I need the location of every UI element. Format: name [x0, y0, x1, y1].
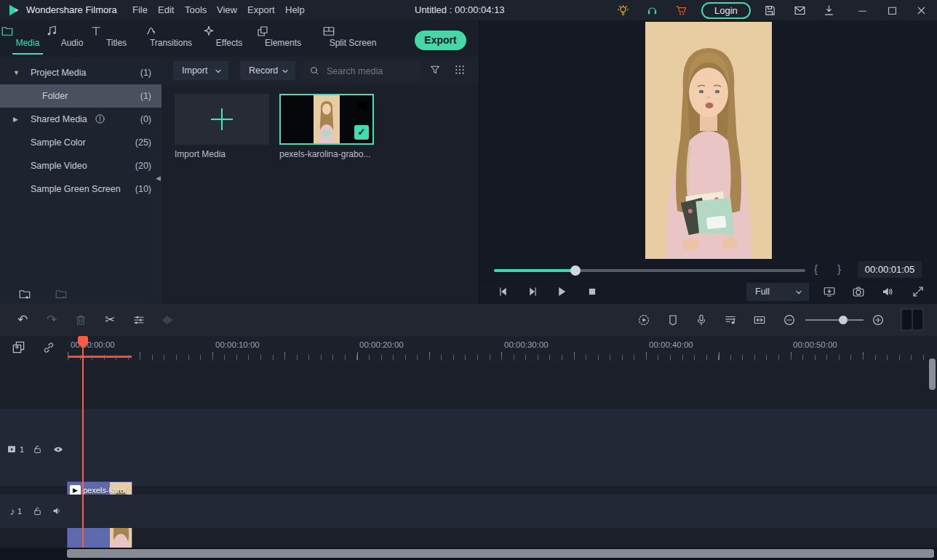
menu-export[interactable]: Export [243, 0, 279, 20]
play-button-icon[interactable] [555, 285, 568, 298]
mark-out-icon[interactable]: } [837, 263, 841, 275]
audio-track-number: 1 [17, 507, 22, 516]
sidebar-collapse-icon[interactable]: ◀ [156, 175, 161, 182]
new-folder-icon[interactable] [18, 288, 31, 301]
menu-edit[interactable]: Edit [153, 0, 178, 20]
timeline-zoom-handle[interactable] [839, 316, 848, 324]
audio-track-lock-icon[interactable] [32, 505, 44, 517]
video-track-visibility-eye-icon[interactable] [52, 444, 64, 455]
minimize-button-icon[interactable] [856, 4, 869, 17]
split-scissors-icon[interactable]: ✂ [103, 313, 116, 327]
chevron-down-icon [215, 69, 222, 73]
project-title: Untitled : 00:00:04:13 [415, 0, 505, 20]
store-cart-icon[interactable] [675, 4, 687, 17]
voiceover-mic-icon[interactable] [695, 313, 708, 327]
media-library-panel: Import Record Import Media [162, 57, 479, 304]
timeline-view-toggle[interactable] [900, 308, 925, 332]
tab-titles[interactable]: Titles [89, 25, 143, 48]
feedback-mail-icon[interactable] [794, 4, 806, 17]
sidebar-item-sample-green-screen[interactable]: Sample Green Screen (10) [0, 177, 162, 201]
marker-icon[interactable] [666, 313, 679, 327]
video-track-lock-icon[interactable] [32, 444, 44, 455]
horizontal-scrollbar-thumb[interactable] [67, 549, 934, 558]
redo-icon[interactable]: ↷ [45, 313, 58, 327]
sidebar-item-project-media[interactable]: ▼ Project Media (1) [0, 61, 162, 84]
tab-transitions[interactable]: Transitions [144, 25, 198, 48]
undo-icon[interactable]: ↶ [16, 313, 29, 327]
volume-speaker-icon[interactable] [881, 285, 894, 298]
audio-track[interactable]: ♪ 1 [0, 495, 937, 528]
zoom-out-icon[interactable] [783, 313, 796, 327]
menu-help[interactable]: Help [281, 0, 309, 20]
login-button[interactable]: Login [701, 2, 751, 19]
mark-in-icon[interactable]: { [814, 263, 818, 275]
video-track-icon [7, 444, 18, 455]
audio-track-icon: ♪ [7, 505, 18, 516]
timeline-panel: 00:00:00:00 00:00:10:00 00:00:20:00 00:0… [0, 336, 937, 560]
seek-bar[interactable] [494, 269, 805, 272]
adjust-sliders-icon[interactable] [132, 313, 145, 327]
manage-tracks-icon[interactable] [12, 340, 25, 354]
preview-video[interactable] [645, 22, 772, 259]
import-dropdown[interactable]: Import [173, 61, 228, 80]
seek-row: { } 00:00:01:05 [479, 260, 937, 281]
search-box[interactable] [303, 61, 420, 80]
sidebar-item-sample-video[interactable]: Sample Video (20) [0, 154, 162, 177]
filter-funnel-icon[interactable] [429, 64, 441, 76]
media-item-video[interactable]: ✓ [279, 94, 374, 145]
timeline-ruler[interactable]: 00:00:00:00 00:00:10:00 00:00:20:00 00:0… [0, 336, 937, 364]
close-button-icon[interactable] [915, 4, 928, 17]
render-preview-icon[interactable] [637, 313, 650, 327]
audio-waveform-icon[interactable] [162, 313, 175, 327]
title-bar: Wondershare Filmora File Edit Tools View… [0, 0, 937, 21]
delete-trash-icon[interactable] [74, 313, 87, 327]
playhead-handle[interactable] [78, 336, 88, 343]
audio-track-mute-speaker-icon[interactable] [52, 505, 63, 517]
video-track[interactable]: 1 ▶ pexels-karol [0, 409, 937, 486]
plus-icon [211, 108, 233, 130]
clip-duration-marker [68, 356, 132, 358]
import-media-tile[interactable] [175, 94, 269, 145]
audio-mixer-icon[interactable] [724, 313, 737, 327]
preview-zoom-dropdown[interactable]: Full [746, 283, 809, 301]
save-project-icon[interactable] [764, 4, 776, 17]
support-headset-icon[interactable] [646, 4, 658, 17]
bar-left [902, 310, 912, 329]
sidebar-item-folder[interactable]: Folder (1) [0, 84, 162, 108]
media-toolbar: Import Record [162, 57, 479, 84]
previous-frame-button-icon[interactable] [497, 285, 510, 298]
playhead-line[interactable] [82, 337, 84, 548]
record-dropdown[interactable]: Record [240, 61, 295, 80]
zoom-in-icon[interactable] [872, 313, 885, 327]
sidebar-item-sample-color[interactable]: Sample Color (25) [0, 131, 162, 154]
stop-button-icon[interactable] [586, 285, 599, 298]
fullscreen-icon[interactable] [912, 285, 925, 298]
next-frame-button-icon[interactable] [526, 285, 539, 298]
delete-folder-icon[interactable] [55, 288, 68, 301]
caret-down-icon[interactable]: ▼ [13, 61, 20, 84]
menu-file[interactable]: File [128, 0, 152, 20]
search-input[interactable] [325, 63, 417, 79]
tab-effects[interactable]: Effects [202, 25, 256, 48]
timeline-vertical-scrollbar[interactable] [929, 359, 936, 390]
auto-ripple-link-icon[interactable] [42, 341, 55, 354]
menu-tools[interactable]: Tools [180, 0, 211, 20]
split-screen-icon [322, 25, 383, 38]
mirror-display-icon[interactable] [823, 285, 836, 298]
tab-elements[interactable]: Elements [256, 25, 310, 48]
filmora-logo-icon [7, 4, 20, 17]
tab-split-screen[interactable]: Split Screen [322, 25, 383, 48]
menu-view[interactable]: View [212, 0, 242, 20]
caret-right-icon[interactable]: ▶ [13, 108, 18, 131]
fit-to-timeline-icon[interactable] [753, 313, 766, 327]
timeline-zoom-slider[interactable] [805, 319, 864, 321]
download-icon[interactable] [823, 4, 835, 17]
view-grid-icon[interactable] [454, 64, 466, 76]
snapshot-camera-icon[interactable] [852, 285, 865, 298]
export-button[interactable]: Export [415, 31, 466, 50]
sidebar-item-shared-media[interactable]: ▶ Shared Media (0) [0, 108, 162, 131]
tips-lightbulb-icon[interactable] [617, 4, 629, 17]
timeline-horizontal-scrollbar [0, 548, 937, 560]
maximize-button-icon[interactable] [886, 4, 898, 17]
seek-handle[interactable] [570, 265, 581, 276]
